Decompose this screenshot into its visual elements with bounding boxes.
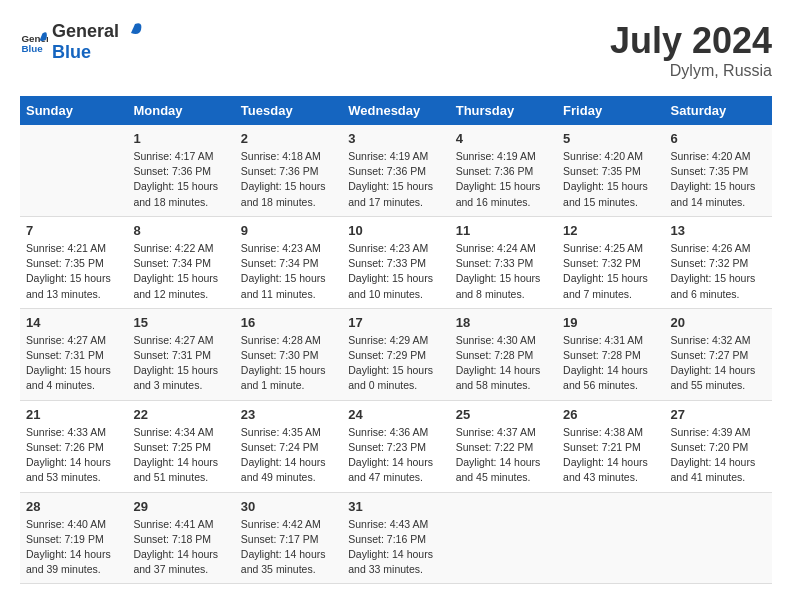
week-row-4: 21Sunrise: 4:33 AMSunset: 7:26 PMDayligh… — [20, 400, 772, 492]
day-number: 20 — [671, 315, 766, 330]
calendar-cell: 1Sunrise: 4:17 AMSunset: 7:36 PMDaylight… — [127, 125, 234, 216]
calendar-header-row: SundayMondayTuesdayWednesdayThursdayFrid… — [20, 96, 772, 125]
day-number: 5 — [563, 131, 658, 146]
calendar-cell: 19Sunrise: 4:31 AMSunset: 7:28 PMDayligh… — [557, 308, 664, 400]
day-number: 30 — [241, 499, 336, 514]
calendar-cell — [20, 125, 127, 216]
day-number: 31 — [348, 499, 443, 514]
day-detail: Sunrise: 4:25 AMSunset: 7:32 PMDaylight:… — [563, 241, 658, 302]
calendar-cell: 4Sunrise: 4:19 AMSunset: 7:36 PMDaylight… — [450, 125, 557, 216]
day-detail: Sunrise: 4:35 AMSunset: 7:24 PMDaylight:… — [241, 425, 336, 486]
calendar-cell: 14Sunrise: 4:27 AMSunset: 7:31 PMDayligh… — [20, 308, 127, 400]
daylight-text: Daylight: 15 hours and 14 minutes. — [671, 180, 756, 207]
sunrise-text: Sunrise: 4:28 AM — [241, 334, 321, 346]
calendar-cell: 12Sunrise: 4:25 AMSunset: 7:32 PMDayligh… — [557, 216, 664, 308]
day-detail: Sunrise: 4:27 AMSunset: 7:31 PMDaylight:… — [26, 333, 121, 394]
sunset-text: Sunset: 7:32 PM — [563, 257, 641, 269]
sunrise-text: Sunrise: 4:25 AM — [563, 242, 643, 254]
day-number: 26 — [563, 407, 658, 422]
sunrise-text: Sunrise: 4:37 AM — [456, 426, 536, 438]
sunrise-text: Sunrise: 4:38 AM — [563, 426, 643, 438]
daylight-text: Daylight: 15 hours and 15 minutes. — [563, 180, 648, 207]
day-number: 10 — [348, 223, 443, 238]
day-number: 29 — [133, 499, 228, 514]
day-number: 6 — [671, 131, 766, 146]
sunrise-text: Sunrise: 4:27 AM — [133, 334, 213, 346]
day-detail: Sunrise: 4:18 AMSunset: 7:36 PMDaylight:… — [241, 149, 336, 210]
sunrise-text: Sunrise: 4:19 AM — [348, 150, 428, 162]
sunset-text: Sunset: 7:30 PM — [241, 349, 319, 361]
day-number: 15 — [133, 315, 228, 330]
calendar-cell: 22Sunrise: 4:34 AMSunset: 7:25 PMDayligh… — [127, 400, 234, 492]
header-tuesday: Tuesday — [235, 96, 342, 125]
day-number: 11 — [456, 223, 551, 238]
logo-bird-icon — [121, 20, 143, 42]
calendar-cell — [557, 492, 664, 584]
sunrise-text: Sunrise: 4:19 AM — [456, 150, 536, 162]
title-block: July 2024 Dylym, Russia — [610, 20, 772, 80]
day-detail: Sunrise: 4:40 AMSunset: 7:19 PMDaylight:… — [26, 517, 121, 578]
day-detail: Sunrise: 4:19 AMSunset: 7:36 PMDaylight:… — [348, 149, 443, 210]
sunset-text: Sunset: 7:36 PM — [241, 165, 319, 177]
day-number: 12 — [563, 223, 658, 238]
day-number: 17 — [348, 315, 443, 330]
sunset-text: Sunset: 7:35 PM — [26, 257, 104, 269]
daylight-text: Daylight: 14 hours and 51 minutes. — [133, 456, 218, 483]
daylight-text: Daylight: 14 hours and 33 minutes. — [348, 548, 433, 575]
header-saturday: Saturday — [665, 96, 772, 125]
daylight-text: Daylight: 14 hours and 53 minutes. — [26, 456, 111, 483]
logo-general-text: General — [52, 21, 119, 42]
calendar-cell: 21Sunrise: 4:33 AMSunset: 7:26 PMDayligh… — [20, 400, 127, 492]
day-detail: Sunrise: 4:17 AMSunset: 7:36 PMDaylight:… — [133, 149, 228, 210]
sunrise-text: Sunrise: 4:18 AM — [241, 150, 321, 162]
calendar-cell — [450, 492, 557, 584]
logo-icon: General Blue — [20, 28, 48, 56]
daylight-text: Daylight: 14 hours and 41 minutes. — [671, 456, 756, 483]
day-detail: Sunrise: 4:31 AMSunset: 7:28 PMDaylight:… — [563, 333, 658, 394]
sunset-text: Sunset: 7:27 PM — [671, 349, 749, 361]
sunset-text: Sunset: 7:20 PM — [671, 441, 749, 453]
day-detail: Sunrise: 4:33 AMSunset: 7:26 PMDaylight:… — [26, 425, 121, 486]
sunrise-text: Sunrise: 4:33 AM — [26, 426, 106, 438]
sunset-text: Sunset: 7:17 PM — [241, 533, 319, 545]
calendar-cell: 9Sunrise: 4:23 AMSunset: 7:34 PMDaylight… — [235, 216, 342, 308]
day-number: 21 — [26, 407, 121, 422]
sunrise-text: Sunrise: 4:27 AM — [26, 334, 106, 346]
calendar-cell: 3Sunrise: 4:19 AMSunset: 7:36 PMDaylight… — [342, 125, 449, 216]
day-detail: Sunrise: 4:20 AMSunset: 7:35 PMDaylight:… — [671, 149, 766, 210]
day-detail: Sunrise: 4:19 AMSunset: 7:36 PMDaylight:… — [456, 149, 551, 210]
sunrise-text: Sunrise: 4:23 AM — [241, 242, 321, 254]
calendar-cell: 17Sunrise: 4:29 AMSunset: 7:29 PMDayligh… — [342, 308, 449, 400]
sunset-text: Sunset: 7:26 PM — [26, 441, 104, 453]
sunset-text: Sunset: 7:23 PM — [348, 441, 426, 453]
sunrise-text: Sunrise: 4:31 AM — [563, 334, 643, 346]
daylight-text: Daylight: 14 hours and 47 minutes. — [348, 456, 433, 483]
sunset-text: Sunset: 7:25 PM — [133, 441, 211, 453]
day-number: 13 — [671, 223, 766, 238]
day-number: 3 — [348, 131, 443, 146]
day-detail: Sunrise: 4:30 AMSunset: 7:28 PMDaylight:… — [456, 333, 551, 394]
sunset-text: Sunset: 7:34 PM — [241, 257, 319, 269]
sunrise-text: Sunrise: 4:35 AM — [241, 426, 321, 438]
daylight-text: Daylight: 15 hours and 8 minutes. — [456, 272, 541, 299]
sunrise-text: Sunrise: 4:30 AM — [456, 334, 536, 346]
sunrise-text: Sunrise: 4:24 AM — [456, 242, 536, 254]
day-number: 8 — [133, 223, 228, 238]
daylight-text: Daylight: 15 hours and 11 minutes. — [241, 272, 326, 299]
day-detail: Sunrise: 4:39 AMSunset: 7:20 PMDaylight:… — [671, 425, 766, 486]
header-thursday: Thursday — [450, 96, 557, 125]
logo: General Blue General Blue — [20, 20, 143, 63]
calendar-table: SundayMondayTuesdayWednesdayThursdayFrid… — [20, 96, 772, 584]
sunset-text: Sunset: 7:21 PM — [563, 441, 641, 453]
daylight-text: Daylight: 14 hours and 55 minutes. — [671, 364, 756, 391]
sunset-text: Sunset: 7:35 PM — [671, 165, 749, 177]
daylight-text: Daylight: 14 hours and 35 minutes. — [241, 548, 326, 575]
sunrise-text: Sunrise: 4:34 AM — [133, 426, 213, 438]
daylight-text: Daylight: 14 hours and 49 minutes. — [241, 456, 326, 483]
day-detail: Sunrise: 4:36 AMSunset: 7:23 PMDaylight:… — [348, 425, 443, 486]
calendar-cell: 28Sunrise: 4:40 AMSunset: 7:19 PMDayligh… — [20, 492, 127, 584]
day-number: 16 — [241, 315, 336, 330]
calendar-cell: 2Sunrise: 4:18 AMSunset: 7:36 PMDaylight… — [235, 125, 342, 216]
week-row-3: 14Sunrise: 4:27 AMSunset: 7:31 PMDayligh… — [20, 308, 772, 400]
sunset-text: Sunset: 7:33 PM — [456, 257, 534, 269]
